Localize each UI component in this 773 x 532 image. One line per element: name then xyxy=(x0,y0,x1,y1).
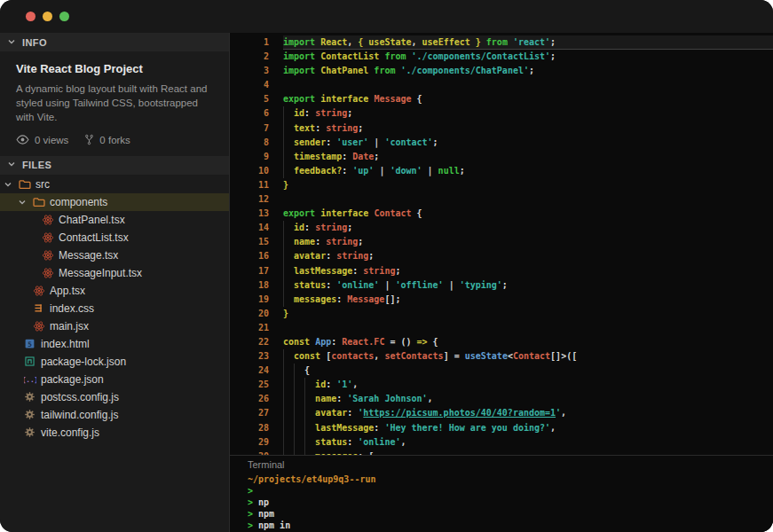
code-line[interactable]: 28lastMessage: 'Hey there! How are you d… xyxy=(230,421,773,435)
forks-count: 0 forks xyxy=(99,135,130,145)
code-line[interactable]: 16avatar: string; xyxy=(230,249,773,263)
tree-item-app.tsx[interactable]: App.tsx xyxy=(0,282,229,300)
code-line[interactable]: 18status: 'online' | 'offline' | 'typing… xyxy=(230,278,773,293)
code-line[interactable]: 22const App: React.FC = () => { xyxy=(230,335,773,349)
chevron-down-icon[interactable] xyxy=(18,198,28,207)
code-token: 'down' xyxy=(390,166,422,176)
line-number: 11 xyxy=(230,178,283,192)
indent-guide xyxy=(283,364,304,378)
file-label: MessageInput.tsx xyxy=(59,267,142,279)
code-line[interactable]: 15name: string; xyxy=(230,235,773,249)
indent-guide xyxy=(283,136,294,150)
code-line[interactable]: 17lastMessage: string; xyxy=(230,264,773,278)
info-section-header[interactable]: INFO xyxy=(0,33,229,51)
code-line[interactable]: 7text: string; xyxy=(230,121,773,136)
tree-item-contactlist.tsx[interactable]: ContactList.tsx xyxy=(0,229,229,246)
code-line[interactable]: 14id: string; xyxy=(230,221,773,235)
code-token: : xyxy=(352,266,363,276)
code-line[interactable]: 2import ContactList from './components/C… xyxy=(230,50,773,64)
tree-item-messageinput.tsx[interactable]: MessageInput.tsx xyxy=(0,264,229,282)
terminal-panel[interactable]: Terminal ~/projects/et4up9q3--run >>np>n… xyxy=(230,455,773,532)
code-line[interactable]: 19messages: Message[]; xyxy=(230,293,773,307)
code-line-content xyxy=(283,321,773,335)
code-token: Message xyxy=(347,294,384,304)
code-line[interactable]: 23const [contacts, setContacts] = useSta… xyxy=(230,349,773,364)
tree-item-components[interactable]: components xyxy=(0,193,229,211)
code-line[interactable]: 4 xyxy=(230,78,773,92)
tree-item-vite.config.js[interactable]: vite.config.js xyxy=(0,424,229,442)
chevron-down-icon[interactable] xyxy=(4,180,13,189)
code-line[interactable]: 24{ xyxy=(230,364,773,378)
code-line[interactable]: 21 xyxy=(230,321,773,335)
code-token: 'Sarah Johnson' xyxy=(347,394,427,403)
code-token: './components/ChatPanel' xyxy=(400,66,529,75)
file-label: ChatPanel.tsx xyxy=(59,214,125,226)
indent-guide xyxy=(283,121,294,136)
code-line[interactable]: 26name: 'Sarah Johnson', xyxy=(230,392,773,406)
terminal-prompt[interactable]: >npm xyxy=(248,508,773,520)
indent-guide xyxy=(283,278,294,293)
code-line[interactable]: 6id: string; xyxy=(230,106,773,121)
terminal-prompts: >>np>npm>npm in xyxy=(248,485,773,531)
tree-item-package.json[interactable]: {..}package.json xyxy=(0,371,229,388)
code-line[interactable]: 5export interface Message { xyxy=(230,92,773,106)
code-token: from xyxy=(368,66,400,75)
code-line-content xyxy=(283,78,773,92)
code-line[interactable]: 13export interface Contact { xyxy=(230,207,773,221)
terminal-prompt[interactable]: >npm in xyxy=(248,520,773,531)
tree-item-index.css[interactable]: index.css xyxy=(0,300,229,317)
indent-guide xyxy=(283,150,294,164)
tree-item-message.tsx[interactable]: Message.tsx xyxy=(0,246,229,264)
code-line[interactable]: 3import ChatPanel from './components/Cha… xyxy=(230,64,773,78)
code-token: lastMessage xyxy=(315,423,374,433)
tree-item-package-lock.json[interactable]: package-lock.json xyxy=(0,353,229,371)
tree-item-src[interactable]: src xyxy=(0,176,229,193)
minimize-button[interactable] xyxy=(43,12,52,21)
code-line[interactable]: 27avatar: 'https://picsum.photos/40/40?r… xyxy=(230,406,773,420)
code-line-content: name: 'Sarah Johnson', xyxy=(283,392,773,406)
code-token: : xyxy=(331,337,342,347)
code-token: []; xyxy=(384,294,400,304)
tree-item-postcss.config.js[interactable]: postcss.config.js xyxy=(0,388,229,406)
code-token: id xyxy=(294,108,304,118)
indent-guide xyxy=(283,392,315,406)
code-token: : xyxy=(326,251,336,261)
code-line[interactable]: 11} xyxy=(230,178,773,192)
code-line-content: lastMessage: 'Hey there! How are you doi… xyxy=(283,421,773,435)
code-line[interactable]: 20} xyxy=(230,307,773,321)
tree-item-tailwind.config.js[interactable]: tailwind.config.js xyxy=(0,406,229,424)
code-line[interactable]: 12 xyxy=(230,192,773,207)
code-line[interactable]: 25id: '1', xyxy=(230,378,773,392)
indent-guide xyxy=(283,221,294,235)
code-editor[interactable]: 1import React, { useState, useEffect } f… xyxy=(230,33,773,455)
code-token: : xyxy=(315,123,326,133)
files-section-header[interactable]: FILES xyxy=(0,156,229,175)
zoom-button[interactable] xyxy=(59,12,69,21)
tree-item-index.html[interactable]: 5index.html xyxy=(0,335,229,353)
braces-icon: {..} xyxy=(23,372,36,386)
code-token: } xyxy=(283,309,288,318)
tree-item-chatpanel.tsx[interactable]: ChatPanel.tsx xyxy=(0,211,229,229)
views-stat: 0 views xyxy=(16,135,68,146)
code-token: , xyxy=(400,437,406,447)
code-line[interactable]: 10feedback?: 'up' | 'down' | null; xyxy=(230,164,773,178)
code-token: ; xyxy=(358,123,363,133)
code-token: string xyxy=(315,223,347,232)
code-token: ; xyxy=(395,266,400,276)
line-number: 13 xyxy=(230,207,283,221)
code-line[interactable]: 9timestamp: Date; xyxy=(230,150,773,164)
tree-item-main.jsx[interactable]: main.jsx xyxy=(0,317,229,335)
code-token: : xyxy=(336,294,347,304)
code-line[interactable]: 1import React, { useState, useEffect } f… xyxy=(230,35,773,50)
code-line[interactable]: 8sender: 'user' | 'contact'; xyxy=(230,136,773,150)
close-button[interactable] xyxy=(26,12,35,21)
indent-guide xyxy=(283,421,315,435)
line-number: 18 xyxy=(230,278,283,293)
code-token: App xyxy=(315,337,331,347)
code-line[interactable]: 29status: 'online', xyxy=(230,435,773,450)
terminal-prompt[interactable]: >np xyxy=(248,497,773,508)
code-token: : xyxy=(336,394,347,403)
terminal-prompt[interactable]: > xyxy=(248,485,773,497)
code-token: : xyxy=(326,137,336,147)
code-token: ; xyxy=(433,137,438,147)
